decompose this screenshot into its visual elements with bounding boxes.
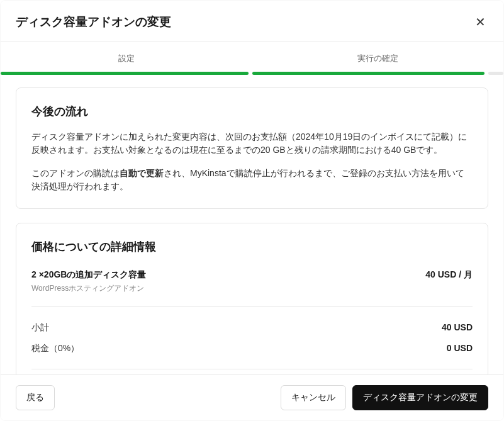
subtotal-label: 小計 <box>31 321 49 334</box>
next-steps-heading: 今後の流れ <box>31 103 473 120</box>
next-steps-paragraph-2: このアドオンの購読は自動で更新され、MyKinstaで購読停止が行われるまで、ご… <box>31 167 473 193</box>
line-item-sub: WordPressホスティングアドオン <box>31 283 146 294</box>
modal-footer: 戻る キャンセル ディスク容量アドオンの変更 <box>1 374 503 420</box>
tax-label: 税金（0%） <box>31 342 79 355</box>
back-button[interactable]: 戻る <box>16 385 55 410</box>
tax-value: 0 USD <box>447 342 473 355</box>
line-item: 2 ×20GBの追加ディスク容量 WordPressホスティングアドオン 40 … <box>31 266 473 296</box>
subtotal-value: 40 USD <box>442 321 473 334</box>
pricing-heading: 価格についての詳細情報 <box>31 239 473 255</box>
confirm-button[interactable]: ディスク容量アドオンの変更 <box>352 385 488 410</box>
modal-title: ディスク容量アドオンの変更 <box>16 13 171 31</box>
modal-body: 今後の流れ ディスク容量アドオンに加えられた変更内容は、次回のお支払額（2024… <box>1 75 503 374</box>
close-button[interactable]: ✕ <box>473 13 488 31</box>
cancel-button[interactable]: キャンセル <box>281 385 346 410</box>
modal: ディスク容量アドオンの変更 ✕ 設定 実行の確定 今後の流れ ディスク容量アドオ… <box>0 0 504 421</box>
subtotal-row: 小計 40 USD <box>31 317 473 338</box>
line-item-qty: 2 × <box>31 269 44 279</box>
tab-settings[interactable]: 設定 <box>1 52 252 72</box>
tax-row: 税金（0%） 0 USD <box>31 338 473 359</box>
divider <box>31 306 473 307</box>
next-steps-paragraph-1: ディスク容量アドオンに加えられた変更内容は、次回のお支払額（2024年10月19… <box>31 130 473 157</box>
line-item-name: 20GBの追加ディスク容量 <box>44 269 147 279</box>
modal-header: ディスク容量アドオンの変更 ✕ <box>1 1 503 42</box>
pricing-card: 価格についての詳細情報 2 ×20GBの追加ディスク容量 WordPressホス… <box>16 223 488 374</box>
close-icon: ✕ <box>475 15 486 29</box>
tab-confirm[interactable]: 実行の確定 <box>252 52 504 72</box>
step-tabs: 設定 実行の確定 <box>1 42 503 72</box>
line-item-price: 40 USD / 月 <box>425 268 473 281</box>
line-item-desc: 2 ×20GBの追加ディスク容量 WordPressホスティングアドオン <box>31 268 146 294</box>
divider <box>31 369 473 369</box>
next-steps-card: 今後の流れ ディスク容量アドオンに加えられた変更内容は、次回のお支払額（2024… <box>16 87 488 209</box>
